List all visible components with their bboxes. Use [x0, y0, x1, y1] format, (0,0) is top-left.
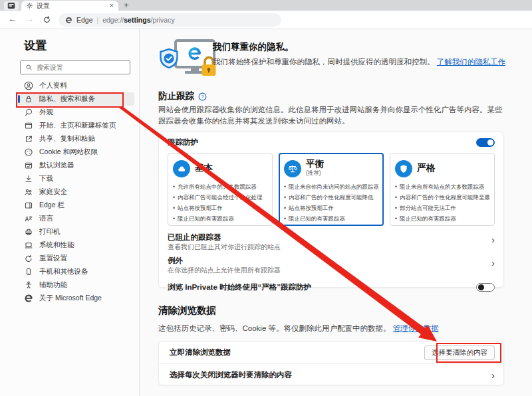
- lock-icon: [24, 94, 33, 104]
- family-icon: [24, 187, 33, 197]
- cloud-icon: [173, 160, 190, 177]
- basic-bullets: •允许所有站点中的大多数跟踪器 •内容和广告可能会经过个性化处理 •站点将按预期…: [173, 181, 267, 225]
- url-text: edge://settings/privacy: [102, 16, 175, 24]
- clear-data-card: 立即清除浏览数据 选择要清除的内容 选择每次关闭浏览器时要清除的内容 ›: [158, 341, 504, 385]
- settings-gear-icon: [26, 2, 33, 9]
- selected-indicator: [18, 95, 20, 103]
- prevention-level-cards: 基本 •允许所有站点中的大多数跟踪器 •内容和广告可能会经过个性化处理 •站点将…: [168, 153, 495, 226]
- chevron-right-icon: ›: [491, 370, 495, 380]
- sidebar-item-default-browser[interactable]: 默认浏览器: [16, 159, 134, 172]
- tracking-prevention-toggle-on[interactable]: [476, 138, 495, 147]
- sidebar-item-phone-devices[interactable]: 手机和其他设备: [16, 265, 134, 278]
- hero-text-block: 我们尊重你的隐私。 我们将始终保护和尊重你的隐私，同时提供应得的透明度和控制。 …: [213, 41, 520, 68]
- balanced-bullets: •阻止来自你尚未访问的站点的跟踪器 •内容和广告的个性化程度可能降低 •站点将按…: [284, 181, 378, 225]
- back-icon[interactable]: ←: [8, 15, 17, 23]
- inprivate-toggle-off[interactable]: [476, 283, 495, 292]
- accessibility-icon: [24, 280, 33, 290]
- prevention-card-strict[interactable]: 严格 •阻止来自所有站点的大多数跟踪器 •内容和广告的个性化程度可能降至最低 •…: [390, 153, 495, 226]
- clear-data-heading: 清除浏览数据: [158, 304, 216, 317]
- edge-badge-label: Edge: [76, 16, 93, 24]
- sidebar-nav: 个人资料 隐私、搜索和服务 外观 开始、主页和新建标签页 共享、复制和粘贴 Co…: [16, 79, 134, 305]
- sidebar-item-family-safety[interactable]: 家庭安全: [16, 185, 134, 199]
- forward-icon[interactable]: →: [25, 15, 34, 23]
- sidebar-item-privacy[interactable]: 隐私、搜索和服务: [16, 92, 134, 106]
- tab-close-icon[interactable]: ×: [110, 2, 114, 9]
- edge-logo-icon: [24, 294, 33, 303]
- hero-title: 我们尊重你的隐私。: [213, 41, 520, 53]
- choose-what-to-clear-button[interactable]: 选择要清除的内容: [424, 346, 495, 360]
- clear-on-close-row[interactable]: 选择每次关闭浏览器时要清除的内容 ›: [159, 364, 503, 386]
- search-input[interactable]: 搜索设置: [20, 60, 130, 74]
- search-placeholder: 搜索设置: [37, 63, 63, 72]
- inprivate-strict-row: 浏览 InPrivate 时始终使用“严格”跟踪防护: [168, 281, 495, 293]
- toggle-knob: [487, 140, 493, 146]
- clear-now-label: 立即清除浏览数据: [170, 347, 231, 357]
- inprivate-label: 浏览 InPrivate 时始终使用“严格”跟踪防护: [168, 282, 311, 292]
- share-icon: [24, 134, 33, 144]
- phone-icon: [24, 267, 33, 276]
- tracking-card: 跟踪防护 基本 •允许所有站点中的大多数跟踪器 •内容和广告可能会经过个性化处理…: [158, 132, 504, 288]
- recommended-label: (推荐): [306, 169, 324, 177]
- hero-description: 我们将始终保护和尊重你的隐私，同时提供应得的透明度和控制。 了解我们的隐私工作: [213, 56, 520, 68]
- new-tab-button[interactable]: +: [124, 0, 129, 10]
- blocked-trackers-row[interactable]: 已阻止的跟踪器 查看我们已阻止其对你进行跟踪的站点 ›: [168, 232, 495, 252]
- exceptions-row[interactable]: 例外 在你选择的站点上允许使用所有跟踪器 ›: [168, 255, 495, 275]
- sidebar-item-share-copy-paste[interactable]: 共享、复制和粘贴: [16, 132, 134, 146]
- system-icon: [24, 241, 33, 250]
- default-browser-icon: [24, 161, 33, 170]
- sidebar-item-accessibility[interactable]: 辅助功能: [16, 278, 134, 292]
- download-icon: [24, 174, 33, 183]
- chevron-right-icon: ›: [491, 258, 495, 268]
- clear-now-row: 立即清除浏览数据 选择要清除的内容: [159, 342, 503, 364]
- reset-icon: [24, 254, 33, 263]
- sidebar-item-cookies[interactable]: Cookie 和网站权限: [16, 146, 134, 159]
- tab-title: 设置: [37, 1, 106, 11]
- profile-icon: [24, 81, 33, 90]
- sidebar-item-about-edge[interactable]: 关于 Microsoft Edge: [16, 292, 134, 305]
- edge-logo-color-icon: [188, 47, 201, 60]
- tab-actions-button[interactable]: [4, 1, 19, 10]
- svg-text:?: ?: [201, 94, 204, 98]
- browser-tab-settings[interactable]: 设置 ×: [21, 1, 118, 11]
- sidebar-item-start-page[interactable]: 开始、主页和新建标签页: [16, 119, 134, 132]
- tab-strip: 设置 × +: [0, 0, 532, 11]
- sidebar-item-downloads[interactable]: 下载: [16, 172, 134, 185]
- prevention-card-basic[interactable]: 基本 •允许所有站点中的大多数跟踪器 •内容和广告可能会经过个性化处理 •站点将…: [168, 153, 273, 226]
- edge-badge-icon: [65, 17, 72, 24]
- sidebar-item-reset[interactable]: 重置设置: [16, 252, 134, 265]
- shield-icon: [395, 160, 412, 177]
- cookie-icon: [24, 148, 33, 157]
- clear-data-description: 这包括历史记录、密码、Cookie 等。将仅删除此用户配置中的数据。 管理你的数…: [158, 324, 505, 334]
- sidebar-item-languages[interactable]: 语言: [16, 212, 134, 225]
- start-page-icon: [24, 121, 33, 130]
- toggle-knob: [478, 284, 484, 290]
- refresh-icon[interactable]: [43, 15, 51, 24]
- tab-actions-icon: [7, 2, 15, 9]
- tracking-prevention-row: 跟踪防护: [168, 136, 495, 148]
- address-bar[interactable]: Edge | edge://settings/privacy: [59, 13, 281, 27]
- edge-settings-screenshot: 设置 × + ← → Edge | edge://settings/privac…: [0, 0, 532, 396]
- search-icon: [25, 64, 33, 71]
- chevron-right-icon: ›: [491, 235, 495, 245]
- sidebar-item-profile[interactable]: 个人资料: [16, 79, 134, 92]
- sidebar-item-printers[interactable]: 打印机: [16, 225, 134, 239]
- clear-on-close-label: 选择每次关闭浏览器时要清除的内容: [170, 370, 292, 380]
- balance-icon: [284, 160, 301, 177]
- strict-bullets: •阻止来自所有站点的大多数跟踪器 •内容和广告的个性化程度可能降至最低 •部分站…: [395, 181, 489, 225]
- help-icon[interactable]: ?: [198, 92, 207, 101]
- sidebar-item-system[interactable]: 系统和性能: [16, 239, 134, 252]
- privacy-efforts-link[interactable]: 了解我们的隐私工作: [437, 58, 506, 66]
- printer-icon: [24, 227, 33, 237]
- tracking-prevention-label: 跟踪防护: [168, 138, 198, 148]
- edge-bar-icon: [24, 201, 33, 210]
- manage-data-link[interactable]: 管理你的数据: [393, 324, 439, 332]
- url-separator: |: [97, 17, 99, 24]
- sidebar-item-edge-bar[interactable]: Edge 栏: [16, 199, 134, 212]
- page-title: 设置: [24, 38, 47, 53]
- tracking-heading: 防止跟踪: [158, 90, 194, 102]
- tracking-section-header: 防止跟踪 ?: [158, 90, 207, 102]
- prevention-card-balanced[interactable]: 平衡 (推荐) •阻止来自你尚未访问的站点的跟踪器 •内容和广告的个性化程度可能…: [279, 153, 384, 226]
- sidebar-item-appearance[interactable]: 外观: [16, 106, 134, 119]
- language-icon: [24, 214, 33, 223]
- appearance-icon: [24, 108, 33, 117]
